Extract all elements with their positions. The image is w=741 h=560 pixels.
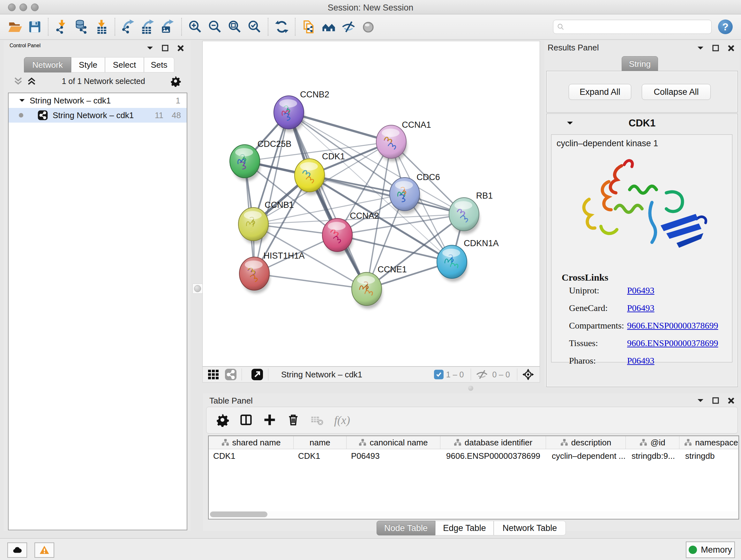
float-panel-icon[interactable] bbox=[696, 396, 704, 405]
float-panel-icon[interactable] bbox=[146, 44, 154, 52]
node-HIST1H1A[interactable] bbox=[239, 257, 270, 294]
column-header-name[interactable]: name bbox=[293, 436, 347, 449]
column-header-database-identifier[interactable]: database identifier bbox=[441, 436, 546, 449]
tab-network[interactable]: Network bbox=[24, 57, 71, 72]
create-column-plus-icon[interactable] bbox=[263, 413, 277, 428]
column-header-description[interactable]: description bbox=[546, 436, 626, 449]
show-columns-icon[interactable] bbox=[239, 413, 254, 428]
panel-divider-grip[interactable] bbox=[468, 386, 473, 391]
delete-column-trash-icon[interactable] bbox=[286, 413, 301, 428]
zoom-selected-button[interactable] bbox=[246, 17, 264, 37]
entry-header[interactable]: CDK1 bbox=[547, 114, 738, 132]
zoom-fit-button[interactable] bbox=[226, 17, 244, 37]
table-cell[interactable]: stringdb:9... bbox=[626, 451, 679, 461]
node-CDC6[interactable] bbox=[390, 178, 420, 214]
maximize-panel-icon[interactable] bbox=[712, 396, 720, 405]
zoom-out-button[interactable] bbox=[206, 17, 224, 37]
crosslink-link[interactable]: 9606.ENSP00000378699 bbox=[627, 338, 718, 348]
collapse-all-button[interactable]: Collapse All bbox=[642, 84, 711, 100]
open-in-new-window-icon[interactable] bbox=[251, 368, 264, 381]
tab-style[interactable]: Style bbox=[71, 57, 105, 72]
export-network-button[interactable] bbox=[119, 17, 138, 37]
scrollbar-thumb[interactable] bbox=[210, 511, 267, 517]
close-panel-icon[interactable] bbox=[727, 44, 735, 52]
table-cell[interactable]: 9606.ENSP00000378699 bbox=[441, 451, 546, 461]
collapse-all-networks-icon[interactable] bbox=[13, 76, 23, 86]
memory-button[interactable]: Memory bbox=[686, 542, 735, 558]
node-table[interactable]: shared namenamecanonical namedatabase id… bbox=[208, 435, 739, 519]
tab-network-table[interactable]: Network Table bbox=[494, 521, 566, 536]
expand-all-button[interactable]: Expand All bbox=[569, 84, 631, 100]
table-cell[interactable]: CDK1 bbox=[293, 451, 347, 461]
tab-node-table[interactable]: Node Table bbox=[377, 521, 435, 536]
warnings-button[interactable] bbox=[35, 543, 54, 558]
node-CCNB2[interactable] bbox=[274, 96, 305, 132]
refresh-layout-button[interactable] bbox=[273, 17, 291, 37]
search-field[interactable] bbox=[553, 20, 712, 34]
node-CDKN1A[interactable] bbox=[437, 245, 468, 282]
float-panel-icon[interactable] bbox=[696, 44, 704, 52]
import-network-file-button[interactable] bbox=[53, 17, 71, 37]
eye-hide-button[interactable] bbox=[339, 17, 358, 37]
search-input[interactable] bbox=[565, 20, 711, 33]
table-row[interactable]: CDK1CDK1P064939606.ENSP00000378699cyclin… bbox=[209, 449, 738, 462]
selected-checkbox[interactable] bbox=[434, 370, 444, 379]
export-image-button[interactable] bbox=[159, 17, 178, 37]
column-header-canonical-name[interactable]: canonical name bbox=[347, 436, 441, 449]
column-header-shared-name[interactable]: shared name bbox=[209, 436, 293, 449]
help-button[interactable]: ? bbox=[718, 19, 733, 34]
node-CDK1[interactable] bbox=[294, 159, 325, 195]
edge-HIST1H1A-CCNE1[interactable] bbox=[254, 273, 367, 289]
edge-CCNA2-CDKN1A[interactable] bbox=[337, 235, 452, 262]
network-tree-row[interactable]: String Network – cdk1 1 bbox=[9, 93, 187, 108]
tab-edge-table[interactable]: Edge Table bbox=[435, 521, 494, 536]
horizontal-scrollbar[interactable] bbox=[209, 511, 738, 517]
import-table-file-button[interactable] bbox=[92, 17, 111, 37]
string-network-graph[interactable]: CCNB2CCNA1CDC25BCDK1CDC6RB1CCNB1CCNA2CDK… bbox=[203, 41, 540, 366]
node-CCNE1[interactable] bbox=[352, 272, 382, 309]
network-view-canvas[interactable]: CCNB2CCNA1CDC25BCDK1CDC6RB1CCNB1CCNA2CDK… bbox=[202, 41, 540, 367]
zoom-in-button[interactable] bbox=[186, 17, 205, 37]
network-options-gear-icon[interactable] bbox=[170, 75, 181, 87]
network-birdseye-icon[interactable] bbox=[224, 368, 237, 381]
fit-selected-crosshair-icon[interactable] bbox=[522, 368, 535, 381]
table-cell[interactable]: stringdb bbox=[679, 451, 739, 461]
open-session-button[interactable] bbox=[6, 17, 24, 37]
expand-all-networks-icon[interactable] bbox=[26, 76, 37, 86]
cloud-button[interactable] bbox=[7, 543, 27, 558]
show-network-grid-icon[interactable] bbox=[207, 368, 220, 381]
tab-select[interactable]: Select bbox=[105, 57, 144, 72]
maximize-panel-icon[interactable] bbox=[161, 44, 170, 52]
node-CCNA1[interactable] bbox=[376, 125, 407, 162]
panel-divider-grip[interactable] bbox=[192, 284, 203, 294]
node-RB1[interactable] bbox=[449, 198, 480, 234]
close-panel-icon[interactable] bbox=[177, 44, 185, 52]
edge-CCNB2-CCNE1[interactable] bbox=[289, 112, 367, 289]
houses-button[interactable] bbox=[320, 17, 338, 37]
crosslink-link[interactable]: P06493 bbox=[627, 286, 655, 296]
crosslink-link[interactable]: 9606.ENSP00000378699 bbox=[627, 320, 718, 331]
tab-sets[interactable]: Sets bbox=[144, 57, 174, 72]
node-CDC25B[interactable] bbox=[230, 145, 260, 181]
import-network-database-button[interactable] bbox=[72, 17, 91, 37]
tree-expander-icon[interactable] bbox=[18, 97, 26, 105]
column-header--id[interactable]: @id bbox=[626, 436, 679, 449]
node-CCNB1[interactable] bbox=[239, 207, 269, 244]
copy-documents-button[interactable] bbox=[300, 17, 318, 37]
eye-show-button[interactable] bbox=[359, 17, 378, 37]
collapse-entry-icon[interactable] bbox=[566, 119, 574, 127]
table-cell[interactable]: P06493 bbox=[347, 451, 441, 461]
table-options-gear-icon[interactable] bbox=[215, 413, 230, 428]
node-CCNA2[interactable] bbox=[322, 219, 353, 255]
maximize-panel-icon[interactable] bbox=[712, 44, 720, 52]
tab-string[interactable]: String bbox=[622, 56, 658, 71]
save-session-button[interactable] bbox=[25, 17, 44, 37]
crosslink-link[interactable]: P06493 bbox=[627, 356, 655, 366]
export-table-button[interactable] bbox=[139, 17, 158, 37]
crosslink-link[interactable]: P06493 bbox=[627, 303, 655, 313]
column-header-namespace[interactable]: namespace bbox=[679, 436, 739, 449]
table-cell[interactable]: CDK1 bbox=[209, 451, 293, 461]
close-panel-icon[interactable] bbox=[727, 396, 735, 405]
table-cell[interactable]: cyclin–dependent ... bbox=[546, 451, 626, 461]
network-tree-row[interactable]: String Network – cdk1 11 48 bbox=[9, 108, 187, 123]
